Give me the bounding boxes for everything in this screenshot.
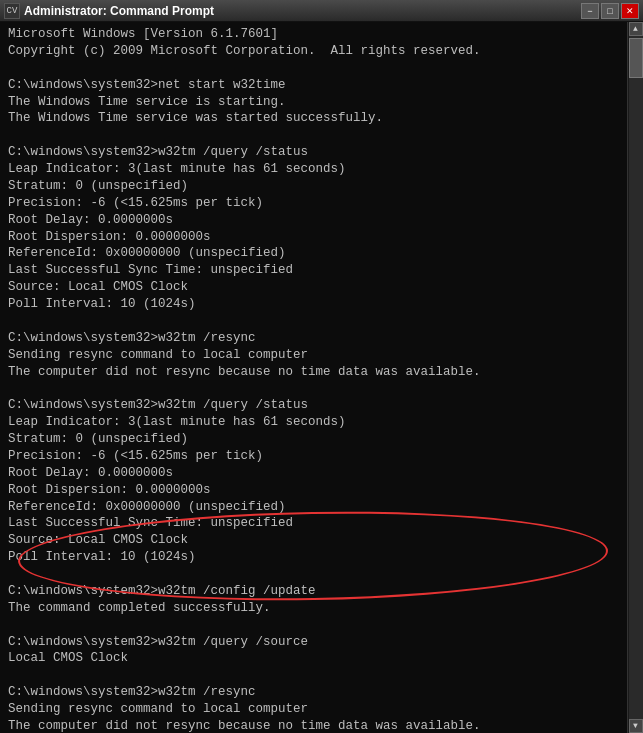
scroll-thumb[interactable] xyxy=(629,38,643,78)
scroll-up-button[interactable]: ▲ xyxy=(629,22,643,36)
maximize-button[interactable]: □ xyxy=(601,3,619,19)
close-button[interactable]: ✕ xyxy=(621,3,639,19)
scroll-down-button[interactable]: ▼ xyxy=(629,719,643,733)
cmd-icon: CV xyxy=(4,3,20,19)
minimize-button[interactable]: − xyxy=(581,3,599,19)
window-container: CV Administrator: Command Prompt − □ ✕ M… xyxy=(0,0,643,733)
console-area: Microsoft Windows [Version 6.1.7601] Cop… xyxy=(0,22,643,733)
window-controls: − □ ✕ xyxy=(581,3,639,19)
console-output: Microsoft Windows [Version 6.1.7601] Cop… xyxy=(8,26,635,733)
scroll-track[interactable] xyxy=(629,36,643,719)
window-title: Administrator: Command Prompt xyxy=(24,4,214,18)
title-bar-left: CV Administrator: Command Prompt xyxy=(4,3,214,19)
title-bar: CV Administrator: Command Prompt − □ ✕ xyxy=(0,0,643,22)
scrollbar[interactable]: ▲ ▼ xyxy=(627,22,643,733)
